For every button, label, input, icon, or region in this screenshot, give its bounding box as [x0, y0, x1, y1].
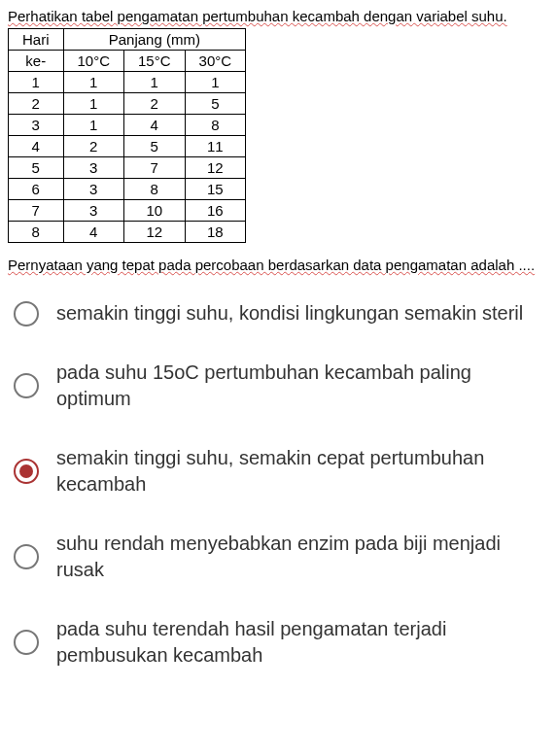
option-item[interactable]: suhu rendah menyebabkan enzim pada biji …: [14, 531, 549, 583]
row-header-top: Hari: [9, 29, 64, 51]
table-cell: 11: [185, 136, 246, 157]
table-cell: 4: [124, 115, 186, 136]
col-group-header: Panjang (mm): [63, 29, 246, 51]
table-row: 1111: [9, 72, 246, 93]
table-row: 63815: [9, 179, 246, 200]
option-item[interactable]: pada suhu terendah hasil pengamatan terj…: [14, 616, 549, 669]
table-cell: 1: [185, 72, 246, 93]
radio-icon[interactable]: [14, 544, 39, 569]
table-row: 42511: [9, 136, 246, 157]
option-text: semakin tinggi suhu, semakin cepat pertu…: [56, 445, 549, 498]
row-header-bottom: ke-: [9, 51, 64, 72]
table-cell: 4: [9, 136, 64, 157]
table-row: 841218: [9, 222, 246, 243]
option-text: semakin tinggi suhu, kondisi lingkungan …: [56, 300, 523, 326]
table-cell: 10: [124, 200, 186, 222]
table-row: 53712: [9, 157, 246, 179]
table-cell: 1: [124, 72, 186, 93]
intro-text: Perhatikan tabel pengamatan pertumbuhan …: [8, 8, 549, 24]
radio-icon[interactable]: [14, 630, 39, 655]
radio-icon[interactable]: [14, 373, 39, 398]
table-cell: 6: [9, 179, 64, 200]
table-cell: 1: [63, 72, 124, 93]
table-cell: 7: [124, 157, 186, 179]
table-cell: 2: [63, 136, 124, 157]
table-cell: 3: [63, 179, 124, 200]
table-cell: 3: [9, 115, 64, 136]
radio-icon[interactable]: [14, 301, 39, 326]
table-cell: 3: [63, 157, 124, 179]
table-row: 2125: [9, 93, 246, 115]
options-list: semakin tinggi suhu, kondisi lingkungan …: [8, 300, 549, 669]
question-text: Pernyataan yang tepat pada percobaan ber…: [8, 257, 549, 273]
table-cell: 18: [185, 222, 246, 243]
table-body: 111121253148425115371263815731016841218: [9, 72, 246, 243]
table-cell: 8: [9, 222, 64, 243]
table-cell: 12: [185, 157, 246, 179]
table-cell: 12: [124, 222, 186, 243]
table-cell: 4: [63, 222, 124, 243]
col-header: 10°C: [63, 51, 124, 72]
table-cell: 5: [9, 157, 64, 179]
radio-icon[interactable]: [14, 459, 39, 484]
data-table: Hari Panjang (mm) ke- 10°C 15°C 30°C 111…: [8, 28, 246, 243]
table-cell: 5: [185, 93, 246, 115]
option-item[interactable]: pada suhu 15oC pertumbuhan kecambah pali…: [14, 360, 549, 412]
table-cell: 2: [124, 93, 186, 115]
table-cell: 16: [185, 200, 246, 222]
table-cell: 7: [9, 200, 64, 222]
table-cell: 2: [9, 93, 64, 115]
table-cell: 8: [124, 179, 186, 200]
table-cell: 1: [9, 72, 64, 93]
table-cell: 3: [63, 200, 124, 222]
table-cell: 8: [185, 115, 246, 136]
option-text: pada suhu 15oC pertumbuhan kecambah pali…: [56, 360, 549, 412]
col-header: 30°C: [185, 51, 246, 72]
col-header: 15°C: [124, 51, 186, 72]
table-cell: 5: [124, 136, 186, 157]
table-row: 3148: [9, 115, 246, 136]
table-cell: 1: [63, 115, 124, 136]
table-cell: 15: [185, 179, 246, 200]
table-row: 731016: [9, 200, 246, 222]
option-item[interactable]: semakin tinggi suhu, semakin cepat pertu…: [14, 445, 549, 498]
option-text: pada suhu terendah hasil pengamatan terj…: [56, 616, 549, 669]
option-text: suhu rendah menyebabkan enzim pada biji …: [56, 531, 549, 583]
option-item[interactable]: semakin tinggi suhu, kondisi lingkungan …: [14, 300, 549, 326]
table-cell: 1: [63, 93, 124, 115]
